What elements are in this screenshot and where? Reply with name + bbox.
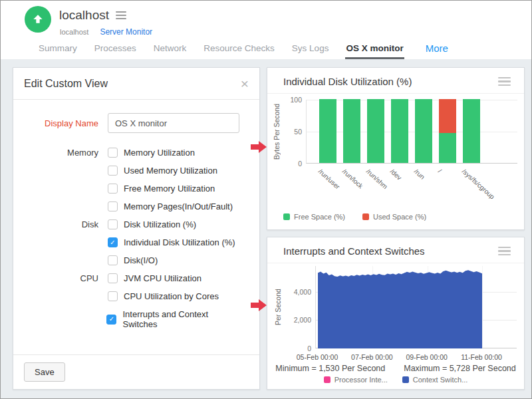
checkbox-label: JVM CPU Utilization bbox=[124, 273, 201, 283]
disk-utilization-card: Individual Disk Utilization (%) Bytes Pe… bbox=[267, 67, 525, 230]
checkbox-individual-disk-utilization[interactable]: ✓ bbox=[108, 237, 118, 247]
gridline bbox=[307, 100, 517, 100]
group-label-disk: Disk bbox=[29, 219, 98, 229]
x-tick-label: 05-Feb 00:00 bbox=[289, 353, 345, 361]
gridline bbox=[307, 132, 517, 132]
y-tick-label: 0 bbox=[281, 160, 302, 168]
monitor-menu-icon[interactable] bbox=[116, 11, 126, 19]
legend-swatch bbox=[362, 213, 369, 220]
tab-summary[interactable]: Summary bbox=[38, 43, 78, 59]
disk-card-header: Individual Disk Utilization (%) bbox=[267, 68, 524, 94]
checkbox-cpu-utilization-by-cores[interactable] bbox=[108, 291, 118, 301]
monitor-status-icon bbox=[25, 6, 51, 33]
legend-item-used-space: Used Space (%) bbox=[362, 213, 426, 221]
chart-menu-icon[interactable] bbox=[498, 77, 511, 86]
disk-bar-chart bbox=[306, 100, 517, 164]
y-tick-label: 4,000 bbox=[286, 288, 311, 296]
x-tick-label: / bbox=[437, 168, 443, 174]
y-tick-label: 2,000 bbox=[286, 316, 311, 324]
metric-row-used-memory-utilization: Used Memory Utilization bbox=[29, 166, 243, 176]
x-tick-label: /run/lock bbox=[341, 168, 364, 190]
legend-label: Free Space (%) bbox=[294, 213, 345, 221]
disk-chart-legend: Free Space (%)Used Space (%) bbox=[283, 213, 426, 221]
breadcrumb-monitor-type[interactable]: Server Monitor bbox=[100, 27, 152, 37]
checkbox-label: Memory Pages(In/Out/Fault) bbox=[124, 201, 233, 211]
checkbox-label: Disk(I/O) bbox=[124, 255, 158, 265]
legend-swatch bbox=[402, 376, 409, 383]
checkbox-disk-utilization[interactable] bbox=[108, 219, 118, 229]
bar-used- bbox=[439, 99, 456, 133]
tab-sys-logs[interactable]: Sys Logs bbox=[291, 43, 330, 59]
y-tick-label: 100 bbox=[281, 96, 302, 104]
group-label-cpu: CPU bbox=[29, 273, 98, 283]
up-arrow-icon bbox=[31, 13, 45, 26]
chart-title-disk: Individual Disk Utilization (%) bbox=[283, 76, 412, 87]
save-button[interactable]: Save bbox=[24, 362, 65, 382]
chart-menu-icon[interactable] bbox=[498, 247, 511, 256]
legend-swatch bbox=[283, 213, 290, 220]
metric-row-jvm-cpu-utilization: CPUJVM CPU Utilization bbox=[29, 273, 243, 283]
tab-bar: SummaryProcessesNetworkResource ChecksSy… bbox=[38, 43, 448, 59]
checkbox-label: Individual Disk Utilization (%) bbox=[124, 237, 235, 247]
legend-label: Context Switch... bbox=[413, 376, 468, 384]
metric-row-free-memory-utilization: Free Memory Utilization bbox=[29, 184, 243, 194]
close-icon[interactable]: × bbox=[241, 76, 249, 90]
maximum-value: Maximum = 5,728 Per Second bbox=[404, 364, 516, 373]
breadcrumb-host: localhost bbox=[60, 28, 88, 36]
checkbox-free-memory-utilization[interactable] bbox=[108, 184, 118, 194]
x-tick-label: /dev bbox=[389, 168, 403, 182]
x-tick-label: 11-Feb 00:00 bbox=[454, 353, 509, 361]
tab-processes[interactable]: Processes bbox=[94, 43, 137, 59]
app-header: localhost localhost Server Monitor Summa… bbox=[1, 1, 531, 59]
tab-resource-checks[interactable]: Resource Checks bbox=[203, 43, 275, 59]
metric-row-memory-utilization: MemoryMemory Utilization bbox=[29, 148, 243, 158]
checkbox-memory-utilization[interactable] bbox=[108, 148, 118, 158]
right-arrow-icon bbox=[251, 141, 267, 153]
panel-footer: Save bbox=[13, 354, 259, 389]
y-tick-label: 50 bbox=[281, 128, 302, 136]
metric-groups: MemoryMemory UtilizationUsed Memory Util… bbox=[29, 148, 243, 329]
interrupts-card-header: Interrupts and Context Switches bbox=[267, 237, 524, 263]
x-tick-label: /sys/fs/cgroup bbox=[461, 168, 496, 200]
summary-row: Minimum = 1,530 Per Second Maximum = 5,7… bbox=[267, 364, 524, 373]
metric-row-disk-i-o: Disk(I/O) bbox=[29, 255, 243, 265]
bar-free-run-shm bbox=[367, 99, 384, 163]
bar-free-run-lock bbox=[343, 99, 360, 163]
metric-row-cpu-utilization-by-cores: CPU Utilization by Cores bbox=[29, 291, 243, 301]
interrupts-chart-legend: Processor Inte...Context Switch... bbox=[267, 376, 524, 384]
panel-body: Display Name MemoryMemory UtilizationUse… bbox=[13, 100, 259, 329]
bar-free-sys-fs-cgroup bbox=[463, 99, 480, 163]
tab-more[interactable]: More bbox=[426, 43, 448, 59]
interrupts-card: Interrupts and Context Switches Per Seco… bbox=[267, 237, 525, 390]
checkbox-used-memory-utilization[interactable] bbox=[108, 166, 118, 176]
context-switches-area bbox=[316, 266, 517, 348]
bar-free- bbox=[439, 133, 456, 163]
checkbox-label: Disk Utilization (%) bbox=[124, 219, 196, 229]
legend-item-processor-inte: Processor Inte... bbox=[324, 376, 388, 384]
legend-swatch bbox=[324, 376, 331, 383]
legend-label: Processor Inte... bbox=[334, 376, 388, 384]
tab-network[interactable]: Network bbox=[153, 43, 188, 59]
group-label-memory: Memory bbox=[29, 148, 98, 158]
edit-custom-view-panel: Edit Custom View × Display Name MemoryMe… bbox=[13, 67, 260, 390]
checkbox-memory-pages-in-out-fault[interactable] bbox=[108, 201, 118, 211]
checkbox-label: CPU Utilization by Cores bbox=[124, 291, 219, 301]
checkbox-interrupts-and-context-switches[interactable]: ✓ bbox=[106, 315, 116, 325]
display-name-input[interactable] bbox=[108, 113, 239, 133]
area-y-axis-label: Per Second bbox=[274, 266, 282, 348]
checkbox-label: Used Memory Utilization bbox=[124, 166, 217, 176]
legend-item-context-switch: Context Switch... bbox=[402, 376, 468, 384]
checkbox-disk-i-o[interactable] bbox=[108, 255, 118, 265]
page-title: localhost bbox=[59, 8, 109, 23]
panel-title: Edit Custom View bbox=[24, 78, 108, 90]
x-tick-label: /run bbox=[413, 168, 426, 181]
panel-header: Edit Custom View × bbox=[13, 68, 259, 100]
right-arrow-icon bbox=[251, 299, 267, 311]
interrupts-area-chart bbox=[315, 266, 517, 348]
y-tick-label: 0 bbox=[286, 344, 311, 352]
checkbox-jvm-cpu-utilization[interactable] bbox=[108, 273, 118, 283]
display-name-row: Display Name bbox=[29, 113, 243, 133]
metric-row-interrupts-and-context-switches: ✓Interrupts and Context Switches bbox=[29, 309, 243, 329]
metric-row-disk-utilization: DiskDisk Utilization (%) bbox=[29, 219, 243, 229]
tab-os-x-monitor[interactable]: OS X monitor bbox=[345, 43, 404, 59]
